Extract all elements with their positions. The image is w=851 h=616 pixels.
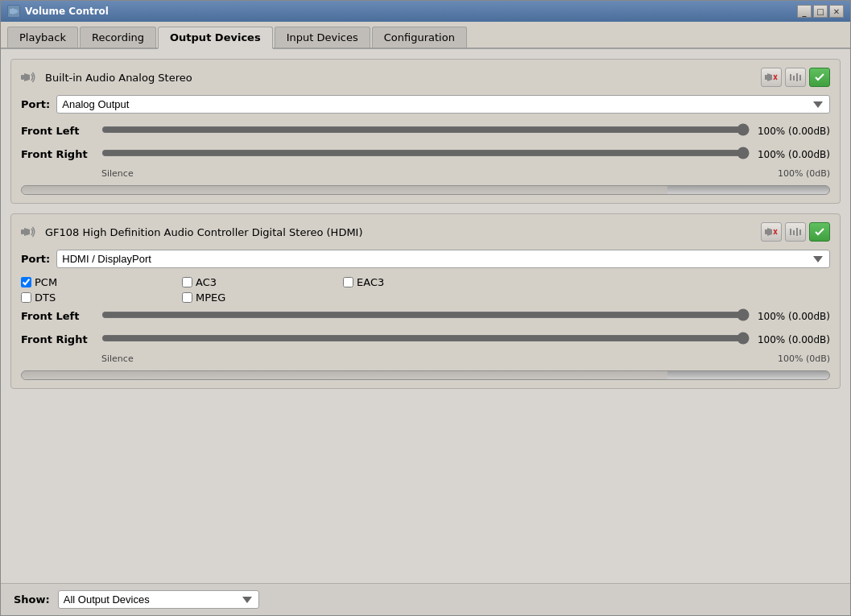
slider-front-right-builtin[interactable] <box>101 145 750 161</box>
slider-value-front-left-hdmi: 100% (0.00dB) <box>750 311 830 322</box>
device-title-area-builtin: Built-in Audio Analog Stereo <box>21 72 192 84</box>
checkboxes-row1-hdmi: PCM AC3 EAC3 <box>21 276 830 288</box>
app-icon <box>7 5 20 18</box>
channel-label-front-right-hdmi: Front Right <box>21 333 101 345</box>
port-select-builtin[interactable]: Analog Output <box>56 95 830 114</box>
progress-bar-fill-builtin <box>22 186 667 194</box>
slider-container-front-left-builtin <box>101 122 750 140</box>
port-label-builtin: Port: <box>21 98 50 110</box>
show-label: Show: <box>14 593 50 606</box>
svg-rect-11 <box>799 75 801 81</box>
eq-button-hdmi[interactable] <box>785 222 806 242</box>
mute-button-hdmi[interactable] <box>761 222 782 242</box>
active-button-hdmi[interactable] <box>809 222 830 242</box>
svg-rect-10 <box>796 73 798 81</box>
port-label-hdmi: Port: <box>21 253 50 265</box>
slider-front-left-builtin[interactable] <box>101 122 750 138</box>
checkbox-eac3: EAC3 <box>343 276 504 288</box>
checkbox-ac3: AC3 <box>182 276 343 288</box>
tab-configuration[interactable]: Configuration <box>372 27 467 48</box>
device-title-area-hdmi: GF108 High Definition Audio Controller D… <box>21 226 363 238</box>
main-window: Volume Control _ □ ✕ Playback Recording … <box>0 0 851 616</box>
device-panel-builtin: Built-in Audio Analog Stereo <box>10 59 841 204</box>
device-panel-hdmi: GF108 High Definition Audio Controller D… <box>10 213 841 389</box>
svg-marker-5 <box>767 73 772 81</box>
svg-rect-2 <box>21 75 24 80</box>
device-controls-builtin <box>761 68 830 87</box>
slider-container-front-right-builtin <box>101 145 750 163</box>
mute-button-builtin[interactable] <box>761 68 782 87</box>
channel-row-front-right-hdmi: Front Right 100% (0.00dB) <box>21 330 830 349</box>
close-button[interactable]: ✕ <box>829 5 844 18</box>
svg-rect-4 <box>765 75 767 80</box>
checkbox-ac3-input[interactable] <box>182 277 192 287</box>
channel-label-front-right-builtin: Front Right <box>21 148 101 160</box>
slider-container-front-right-hdmi <box>101 330 750 349</box>
slider-value-front-right-hdmi: 100% (0.00dB) <box>750 334 830 345</box>
port-select-hdmi[interactable]: HDMI / DisplayPort <box>56 250 830 268</box>
checkbox-pcm-label: PCM <box>35 276 57 288</box>
svg-rect-21 <box>799 229 801 235</box>
port-row-hdmi: Port: HDMI / DisplayPort <box>21 250 830 268</box>
device-header-hdmi: GF108 High Definition Audio Controller D… <box>21 222 830 242</box>
marker-silence-hdmi: Silence <box>101 353 134 364</box>
window-title: Volume Control <box>25 6 109 17</box>
device-header-builtin: Built-in Audio Analog Stereo <box>21 68 830 87</box>
checkbox-ac3-label: AC3 <box>196 276 217 288</box>
titlebar: Volume Control _ □ ✕ <box>1 1 850 22</box>
show-select[interactable]: All Output Devices Hardware Output Devic… <box>58 590 259 609</box>
channel-label-front-left-hdmi: Front Left <box>21 310 101 322</box>
tab-output-devices[interactable]: Output Devices <box>158 27 273 49</box>
checkbox-pcm-input[interactable] <box>21 277 31 287</box>
checkbox-pcm: PCM <box>21 276 182 288</box>
checkboxes-row2-hdmi: DTS MPEG <box>21 291 830 304</box>
slider-container-front-left-hdmi <box>101 307 750 325</box>
speaker-icon-builtin <box>21 72 39 83</box>
tab-input-devices[interactable]: Input Devices <box>275 27 370 48</box>
slider-value-front-right-builtin: 100% (0.00dB) <box>750 149 830 160</box>
checkbox-mpeg-input[interactable] <box>182 292 192 303</box>
svg-rect-9 <box>793 76 795 81</box>
device-title-builtin: Built-in Audio Analog Stereo <box>45 72 192 84</box>
slider-markers-builtin: Silence 100% (0dB) <box>21 168 830 179</box>
svg-marker-1 <box>12 8 17 14</box>
eq-button-builtin[interactable] <box>785 68 806 87</box>
main-content: Built-in Audio Analog Stereo <box>1 49 850 583</box>
slider-markers-hdmi: Silence 100% (0dB) <box>21 353 830 364</box>
titlebar-buttons: _ □ ✕ <box>797 5 844 18</box>
marker-100-hdmi: 100% (0dB) <box>778 353 830 364</box>
progress-bar-builtin <box>21 185 830 195</box>
checkbox-dts-label: DTS <box>35 291 56 304</box>
port-row-builtin: Port: Analog Output <box>21 95 830 114</box>
titlebar-left: Volume Control <box>7 5 109 18</box>
speaker-icon-hdmi <box>21 226 39 238</box>
svg-rect-8 <box>790 74 791 81</box>
tab-playback[interactable]: Playback <box>7 27 78 48</box>
checkbox-mpeg-label: MPEG <box>196 291 225 304</box>
svg-rect-0 <box>10 9 12 14</box>
channel-row-front-left-builtin: Front Left 100% (0.00dB) <box>21 122 830 140</box>
checkbox-eac3-input[interactable] <box>343 277 353 287</box>
svg-rect-19 <box>793 230 795 235</box>
checkbox-dts-input[interactable] <box>21 292 31 303</box>
marker-100-builtin: 100% (0dB) <box>778 168 830 179</box>
checkbox-mpeg: MPEG <box>182 291 343 304</box>
svg-marker-3 <box>24 73 30 81</box>
minimize-button[interactable]: _ <box>797 5 812 18</box>
svg-marker-15 <box>767 228 772 236</box>
active-button-builtin[interactable] <box>809 68 830 87</box>
channel-label-front-left-builtin: Front Left <box>21 125 101 137</box>
checkbox-eac3-label: EAC3 <box>357 276 384 288</box>
tab-recording[interactable]: Recording <box>80 27 156 48</box>
maximize-button[interactable]: □ <box>813 5 828 18</box>
svg-rect-14 <box>765 229 767 234</box>
slider-front-right-hdmi[interactable] <box>101 330 750 346</box>
svg-rect-12 <box>21 229 24 234</box>
progress-bar-hdmi <box>21 370 830 380</box>
svg-rect-18 <box>790 229 791 235</box>
marker-silence-builtin: Silence <box>101 168 134 179</box>
channel-row-front-left-hdmi: Front Left 100% (0.00dB) <box>21 307 830 325</box>
slider-value-front-left-builtin: 100% (0.00dB) <box>750 126 830 137</box>
slider-front-left-hdmi[interactable] <box>101 307 750 323</box>
footer: Show: All Output Devices Hardware Output… <box>1 583 850 615</box>
